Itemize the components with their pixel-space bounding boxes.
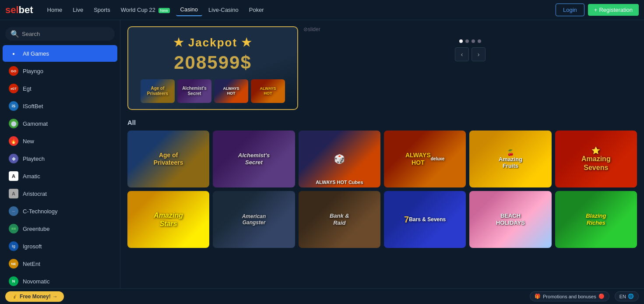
game-card-amazing-sevens[interactable]: ⭐AmazingSevens	[555, 131, 637, 187]
novomatic-icon: N	[9, 276, 18, 286]
nav-live[interactable]: Live	[68, 4, 88, 16]
sidebar-label-all-games: All Games	[23, 50, 49, 57]
netent-icon: NE	[9, 259, 18, 269]
game-card-american-gangster[interactable]: AmericanGangster	[213, 191, 295, 248]
sidebar-label-novomatic: Novomatic	[23, 278, 49, 285]
jackpot-thumb-alwayshot[interactable]: ALWAYSHOT	[251, 79, 285, 103]
main-content: ★ Jackpot ★ 208599$ Age ofPrivateers Alc…	[120, 20, 644, 304]
igrosoft-icon: Ig	[9, 241, 18, 251]
logo[interactable]: selbet	[5, 4, 33, 16]
search-icon: 🔍	[11, 30, 19, 38]
jackpot-title: ★ Jackpot ★	[135, 36, 290, 49]
game-grid-row1: Age ofPrivateers Alchemist'sSecret 🎲 ALW…	[127, 131, 637, 187]
jackpot-thumb-age[interactable]: Age ofPrivateers	[141, 79, 175, 103]
sidebar-item-gamomat[interactable]: ⬤ Gamomat	[3, 115, 117, 132]
sidebar-label-ctechnology: C-Technology	[23, 208, 58, 215]
nav-sports[interactable]: Sports	[89, 4, 115, 16]
game-card-amazing-fruits[interactable]: 🍒AmazingFruits	[469, 131, 551, 187]
game-card-blazing-riches[interactable]: BlazingRiches	[555, 191, 637, 248]
isoftbet-icon: iS	[9, 101, 18, 111]
sidebar-label-aristocrat: Aristocrat	[23, 191, 47, 197]
nav-poker[interactable]: Poker	[245, 4, 268, 16]
slider-dot-4[interactable]	[478, 39, 481, 43]
slider-label: ⊘slider	[303, 26, 320, 32]
sidebar-item-isoftbet[interactable]: iS ISoftBet	[3, 98, 117, 114]
sidebar-label-greentube: Greentube	[23, 226, 49, 232]
flag-icon: 🌐	[628, 293, 634, 299]
sidebar-item-amatic[interactable]: A Amatic	[3, 168, 117, 184]
game-card-bars-sevens[interactable]: 7Bars & Sevens	[384, 191, 466, 248]
game-card-always-hot-cubes[interactable]: 🎲 ALWAYS HOT Cubes	[299, 131, 380, 187]
gamomat-icon: ⬤	[9, 119, 18, 128]
sidebar-item-new[interactable]: 🔥 New	[3, 133, 117, 149]
game-card-age-of-privateers[interactable]: Age ofPrivateers	[127, 131, 209, 187]
amatic-icon: A	[9, 171, 18, 181]
sidebar-label-playngo: Playngo	[23, 68, 43, 74]
nav-home[interactable]: Home	[43, 4, 67, 16]
jackpot-amount: 208599$	[135, 52, 290, 73]
slider-dot-3[interactable]	[472, 39, 475, 43]
register-button[interactable]: + Registeration	[588, 4, 639, 16]
free-money-button[interactable]: 💰 Free Money! →	[5, 291, 64, 302]
search-wrap: 🔍	[0, 25, 120, 45]
playngo-icon: GO	[9, 66, 18, 76]
slider-next-button[interactable]: ›	[472, 47, 486, 61]
jackpot-banner: ★ Jackpot ★ 208599$ Age ofPrivateers Alc…	[127, 26, 298, 110]
sidebar-item-aristocrat[interactable]: A Aristocrat	[3, 185, 117, 202]
top-navigation: selbet Home Live Sports World Cup 22 New…	[0, 0, 644, 20]
sidebar-item-netent[interactable]: NE NetEnt	[3, 255, 117, 272]
language-button[interactable]: EN 🌐	[615, 291, 639, 301]
aristocrat-icon: A	[9, 189, 18, 198]
search-box[interactable]: 🔍	[5, 27, 115, 41]
sidebar-item-egt[interactable]: eGT Egt	[3, 80, 117, 97]
bottom-bar: 💰 Free Money! → 🎁 Promotions and bonuses…	[0, 288, 644, 304]
hero-section: ★ Jackpot ★ 208599$ Age ofPrivateers Alc…	[127, 26, 637, 110]
jackpot-thumb-alch[interactable]: Alchemist'sSecret	[177, 79, 211, 103]
sidebar-item-igrosoft[interactable]: Ig Igrosoft	[3, 238, 117, 255]
sidebar-label-amatic: Amatic	[23, 173, 40, 180]
slider-prev-button[interactable]: ‹	[455, 47, 469, 61]
game-grid-row2: AmazingStars AmericanGangster Bank &Raid…	[127, 191, 637, 248]
nav-live-casino[interactable]: Live-Casino	[204, 4, 243, 16]
slider-dot-1[interactable]	[459, 39, 463, 43]
game-card-alchemists-secret[interactable]: Alchemist'sSecret	[213, 131, 295, 187]
sidebar-label-gamomat: Gamomat	[23, 120, 48, 127]
bottom-right: 🎁 Promotions and bonuses 🔴 EN 🌐	[530, 291, 639, 301]
playtech-icon: ◆	[9, 154, 18, 163]
sidebar-label-igrosoft: Igrosoft	[23, 243, 42, 250]
sidebar-item-all-games[interactable]: ● All Games	[3, 45, 117, 62]
sidebar-item-playtech[interactable]: ◆ Playtech	[3, 150, 117, 167]
slider-dots	[459, 39, 481, 43]
greentube-icon: ≡≡	[9, 224, 18, 233]
game-card-bank-raid[interactable]: Bank &Raid	[299, 191, 380, 248]
all-games-icon: ●	[9, 49, 18, 58]
egt-icon: eGT	[9, 84, 18, 93]
sidebar-label-isoftbet: ISoftBet	[23, 103, 43, 110]
sidebar-label-playtech: Playtech	[23, 156, 45, 162]
ctech-icon: ···	[9, 206, 18, 216]
promotions-badge: 🔴	[598, 293, 605, 299]
nav-links: Home Live Sports World Cup 22 New Casino…	[43, 4, 553, 16]
sidebar-item-ctechnology[interactable]: ··· C-Technology	[3, 203, 117, 219]
nav-right: Login + Registeration	[556, 4, 639, 16]
search-input[interactable]	[22, 31, 109, 37]
free-money-arrow-icon: →	[53, 293, 58, 300]
game-card-amazing-stars[interactable]: AmazingStars	[127, 191, 209, 248]
slider-dot-2[interactable]	[465, 39, 469, 43]
new-badge: New	[158, 8, 170, 13]
nav-casino[interactable]: Casino	[176, 4, 202, 16]
jackpot-thumb-always[interactable]: ALWAYSHOT	[214, 79, 248, 103]
sidebar-item-greentube[interactable]: ≡≡ Greentube	[3, 220, 117, 237]
game-card-beach-holidays[interactable]: BEACHHOLIDAYS	[469, 191, 551, 248]
jackpot-thumbnails: Age ofPrivateers Alchemist'sSecret ALWAY…	[135, 79, 290, 103]
game-card-always-hot-deluxe[interactable]: ALWAYSHOTdeluxe	[384, 131, 466, 187]
sidebar-item-novomatic[interactable]: N Novomatic	[3, 273, 117, 290]
sidebar-label-egt: Egt	[23, 85, 32, 92]
sidebar-item-playngo[interactable]: GO Playngo	[3, 63, 117, 79]
slider-section: ⊘slider ‹ ›	[303, 26, 637, 61]
new-icon: 🔥	[9, 136, 18, 146]
promotions-icon: 🎁	[535, 293, 541, 299]
nav-worldcup[interactable]: World Cup 22 New	[116, 4, 174, 16]
login-button[interactable]: Login	[556, 4, 584, 16]
promotions-button[interactable]: 🎁 Promotions and bonuses 🔴	[530, 291, 609, 301]
